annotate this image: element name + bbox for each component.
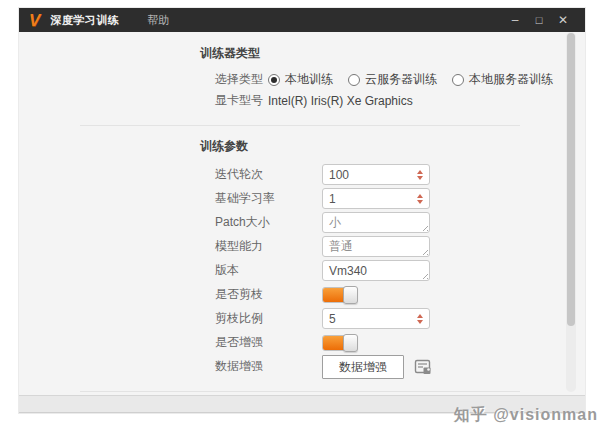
radio-local-training[interactable]: 本地训练 (268, 71, 333, 88)
close-icon[interactable]: ✕ (551, 8, 575, 32)
row-select-type: 选择类型 本地训练 云服务器训练 本地服务器训练 (215, 71, 585, 88)
training-type-radio-group: 本地训练 云服务器训练 本地服务器训练 (268, 71, 553, 88)
watermark: 知乎 @visionman (454, 405, 598, 426)
data-augment-label: 数据增强 (215, 358, 322, 375)
data-augment-button[interactable]: 数据增强 (322, 355, 404, 379)
row-patch-size: Patch大小 小 (215, 212, 585, 233)
radio-unselected-icon[interactable] (348, 74, 360, 86)
form-area: 训练器类型 选择类型 本地训练 云服务器训练 (19, 32, 585, 392)
row-data-augment: 数据增强 数据增强 (215, 356, 585, 377)
titlebar: V 深度学习训练 帮助 – □ ✕ (19, 8, 585, 32)
content-area: 训练器类型 选择类型 本地训练 云服务器训练 (19, 32, 585, 395)
section-header-train-params: 训练参数 (200, 138, 585, 155)
prune-ratio-input[interactable] (323, 310, 407, 327)
prune-toggle-label: 是否剪枝 (215, 286, 322, 303)
toggle-on-fill (323, 336, 344, 350)
section-divider (80, 125, 520, 126)
gpu-model-label: 显卡型号 (215, 92, 268, 109)
spin-down-icon[interactable] (417, 200, 423, 204)
learning-rate-label: 基础学习率 (215, 190, 322, 207)
radio-selected-icon[interactable] (268, 74, 280, 86)
iterations-label: 迭代轮次 (215, 166, 322, 183)
model-capacity-label: 模型能力 (215, 238, 322, 255)
resize-grip-icon[interactable] (420, 247, 428, 255)
row-model-capacity: 模型能力 普通 (215, 236, 585, 257)
row-augment-toggle: 是否增强 (215, 332, 585, 353)
resize-grip-icon[interactable] (420, 271, 428, 279)
scrollbar-thumb[interactable] (567, 33, 575, 326)
augment-toggle-switch[interactable] (322, 335, 358, 351)
patch-size-value: 小 (323, 214, 341, 231)
learning-rate-input[interactable] (323, 190, 407, 207)
spinner-arrows (417, 309, 423, 328)
row-prune-ratio: 剪枝比例 (215, 308, 585, 329)
section-header-trainer-type: 训练器类型 (200, 45, 585, 62)
spinner-arrows (417, 189, 423, 208)
patch-size-combo[interactable]: 小 (322, 212, 430, 233)
toggle-on-fill (323, 288, 344, 302)
iterations-spinbox[interactable] (322, 164, 430, 185)
window-controls: – □ ✕ (503, 8, 575, 32)
radio-cloud-server-training[interactable]: 云服务器训练 (348, 71, 437, 88)
app-window: V 深度学习训练 帮助 – □ ✕ 训练器类型 选择类型 本地训练 (19, 8, 585, 413)
minimize-icon[interactable]: – (503, 8, 527, 32)
radio-local-server-training[interactable]: 本地服务器训练 (452, 71, 553, 88)
row-iterations: 迭代轮次 (215, 164, 585, 185)
patch-size-label: Patch大小 (215, 214, 322, 231)
data-preview-icon[interactable] (413, 357, 433, 377)
maximize-icon[interactable]: □ (527, 8, 551, 32)
resize-grip-icon[interactable] (420, 223, 428, 231)
toggle-knob[interactable] (343, 286, 358, 304)
model-capacity-combo[interactable]: 普通 (322, 236, 430, 257)
row-version: 版本 Vm340 (215, 260, 585, 281)
spin-down-icon[interactable] (417, 320, 423, 324)
prune-ratio-spinbox[interactable] (322, 308, 430, 329)
model-capacity-value: 普通 (323, 238, 353, 255)
menu-help[interactable]: 帮助 (147, 13, 169, 28)
radio-unselected-icon[interactable] (452, 74, 464, 86)
window-title: 深度学习训练 (50, 13, 119, 28)
section-divider (80, 391, 520, 392)
vertical-scrollbar[interactable] (566, 32, 576, 392)
spin-up-icon[interactable] (417, 194, 423, 198)
spin-up-icon[interactable] (417, 170, 423, 174)
spinner-arrows (417, 165, 423, 184)
gpu-model-value: Intel(R) Iris(R) Xe Graphics (268, 94, 413, 108)
version-combo[interactable]: Vm340 (322, 260, 430, 281)
row-learning-rate: 基础学习率 (215, 188, 585, 209)
spin-up-icon[interactable] (417, 314, 423, 318)
augment-toggle-label: 是否增强 (215, 334, 322, 351)
toggle-knob[interactable] (343, 334, 358, 352)
iterations-input[interactable] (323, 166, 407, 183)
select-type-label: 选择类型 (215, 71, 268, 88)
version-value: Vm340 (323, 264, 367, 278)
version-label: 版本 (215, 262, 322, 279)
spin-down-icon[interactable] (417, 176, 423, 180)
prune-toggle-switch[interactable] (322, 287, 358, 303)
row-prune-toggle: 是否剪枝 (215, 284, 585, 305)
row-gpu-model: 显卡型号 Intel(R) Iris(R) Xe Graphics (215, 92, 585, 109)
learning-rate-spinbox[interactable] (322, 188, 430, 209)
prune-ratio-label: 剪枝比例 (215, 310, 322, 327)
app-logo-icon: V (29, 12, 40, 29)
page: V 深度学习训练 帮助 – □ ✕ 训练器类型 选择类型 本地训练 (0, 0, 600, 427)
